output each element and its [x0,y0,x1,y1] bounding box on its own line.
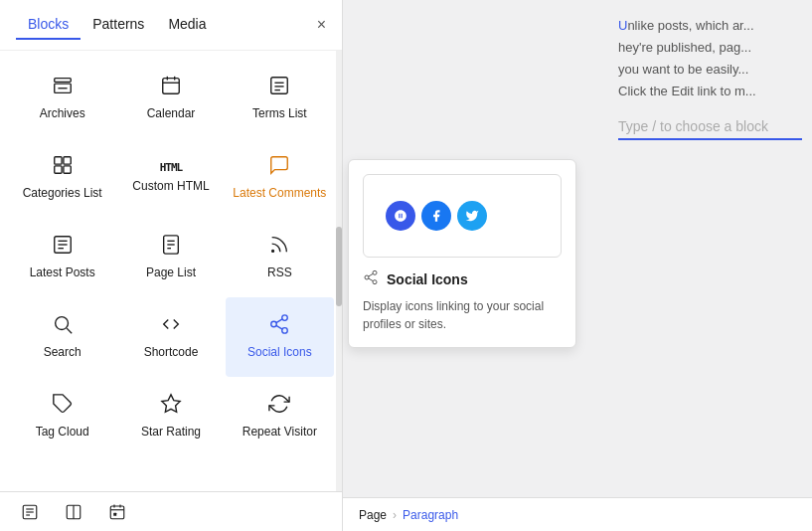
social-icons-tooltip: Social Icons Display icons linking to yo… [348,159,576,348]
block-item-tag-cloud[interactable]: Tag Cloud [8,377,116,456]
block-item-search[interactable]: Search [8,297,116,377]
editor-text-area: Unlike posts, which ar... hey're publish… [618,15,802,140]
social-icons-preview [363,174,562,258]
tab-patterns[interactable]: Patterns [81,10,156,40]
block-label: Shortcode [144,345,199,361]
svg-point-46 [373,280,377,284]
latest-posts-icon [52,234,74,260]
tag-cloud-icon [52,393,74,419]
tab-media[interactable]: Media [156,10,218,40]
block-item-social-icons[interactable]: Social Icons [226,297,334,377]
sidebar-header: Blocks Patterns Media × [0,0,342,51]
block-label: Latest Comments [233,186,326,202]
block-item-repeat-visitor[interactable]: Repeat Visitor [226,377,334,456]
categories-list-icon [52,154,74,180]
type-to-choose-block[interactable]: Type / to choose a block [618,118,802,140]
tab-blocks[interactable]: Blocks [16,10,81,40]
svg-rect-12 [64,157,71,164]
bottom-icon-paragraph[interactable] [12,494,48,530]
block-item-latest-posts[interactable]: Latest Posts [8,218,116,297]
block-item-categories-list[interactable]: Categories List [8,138,116,218]
sidebar: Blocks Patterns Media × Ar [0,0,343,531]
sidebar-tabs: Blocks Patterns Media [16,10,317,40]
svg-point-24 [55,317,68,330]
block-label: Latest Posts [30,266,95,281]
block-item-custom-html[interactable]: HTML Custom HTML [116,138,225,218]
svg-rect-11 [54,157,61,164]
twitter-social-icon [457,201,487,231]
scrollbar-thumb[interactable] [336,227,342,306]
svg-point-26 [282,315,288,321]
svg-rect-13 [54,166,61,173]
latest-comments-icon [268,154,290,180]
svg-point-28 [282,328,288,334]
share-icon [363,269,379,289]
block-item-latest-comments[interactable]: Latest Comments [226,138,334,218]
wordpress-social-icon [386,201,415,231]
bottom-bar [0,491,342,531]
svg-rect-0 [54,79,71,83]
breadcrumb-page: Page [359,508,387,522]
block-label: Categories List [23,186,102,202]
star-rating-icon [160,393,182,419]
block-label: Calendar [147,106,196,122]
breadcrumb: Page › Paragraph [343,497,812,531]
page-list-icon [160,234,182,260]
social-icons-icon [268,313,290,339]
svg-rect-39 [110,506,124,519]
svg-point-45 [365,275,369,279]
block-item-rss[interactable]: RSS [226,218,334,297]
block-label: Social Icons [247,345,312,361]
svg-marker-32 [162,395,180,412]
block-item-shortcode[interactable]: Shortcode [116,297,225,377]
editor-text-content: Unlike posts, which ar... hey're publish… [618,15,802,102]
block-label: Repeat Visitor [243,425,317,441]
block-label: Star Rating [141,425,201,441]
svg-rect-3 [163,79,180,94]
svg-rect-14 [64,166,71,173]
breadcrumb-paragraph[interactable]: Paragraph [403,508,458,522]
block-label: Tag Cloud [36,425,89,441]
svg-line-48 [369,273,374,276]
tooltip-title: Social Icons [387,271,468,287]
svg-line-29 [276,326,282,330]
svg-rect-7 [271,78,288,94]
svg-line-25 [67,328,72,333]
block-label: Custom HTML [132,179,209,195]
block-label: Archives [40,106,85,122]
calendar-icon [160,75,182,100]
archives-icon [52,75,74,100]
svg-rect-43 [113,512,116,515]
block-label: Terms List [252,106,307,122]
facebook-social-icon [421,201,451,231]
svg-point-27 [271,321,277,327]
svg-line-30 [276,319,282,323]
block-grid: Archives Calendar [0,51,342,464]
terms-list-icon [268,75,290,100]
block-label: RSS [267,266,292,281]
block-item-page-list[interactable]: Page List [116,218,225,297]
scrollbar-track [336,51,342,491]
svg-line-47 [369,278,374,281]
text-highlight: U [618,18,627,33]
custom-html-icon: HTML [160,162,183,173]
block-item-terms-list[interactable]: Terms List [226,59,334,138]
editor-area: Social Icons Display icons linking to yo… [343,0,812,497]
search-icon [52,313,74,339]
svg-point-44 [373,270,377,274]
breadcrumb-separator: › [393,508,397,522]
social-icons-row [380,191,545,241]
block-item-archives[interactable]: Archives [8,59,116,138]
block-label: Search [44,345,81,361]
sidebar-content: Archives Calendar [0,51,342,491]
close-button[interactable]: × [317,16,326,34]
content-area: Social Icons Display icons linking to yo… [343,0,812,531]
block-item-star-rating[interactable]: Star Rating [116,377,225,456]
rss-icon [268,234,290,260]
repeat-visitor-icon [268,393,290,419]
tooltip-description: Display icons linking to your social pro… [363,297,562,333]
bottom-icon-calendar[interactable] [99,494,135,530]
block-label: Page List [146,266,196,281]
bottom-icon-columns[interactable] [56,494,91,530]
block-item-calendar[interactable]: Calendar [116,59,225,138]
